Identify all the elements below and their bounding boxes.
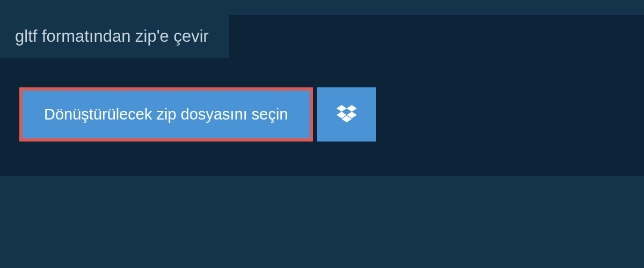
dropbox-button[interactable] [317,87,376,142]
converter-panel: gltf formatından zip'e çevir Dönüştürüle… [0,15,644,176]
button-row: Dönüştürülecek zip dosyasını seçin [19,87,376,142]
select-file-label: Dönüştürülecek zip dosyasını seçin [44,106,288,123]
dropbox-icon [336,105,357,124]
select-file-button[interactable]: Dönüştürülecek zip dosyasını seçin [19,87,313,142]
tab-active[interactable]: gltf formatından zip'e çevir [0,15,229,58]
tab-label: gltf formatından zip'e çevir [15,27,209,46]
